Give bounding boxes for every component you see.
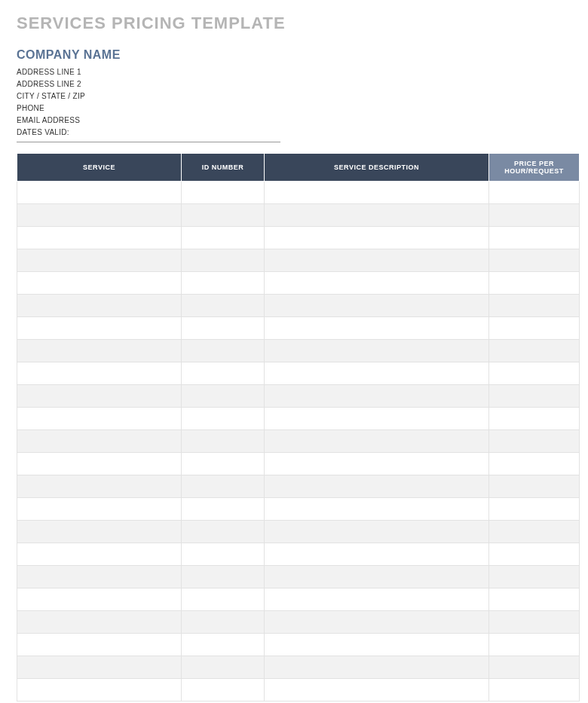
cell-price <box>489 385 580 408</box>
cell-description <box>265 204 489 227</box>
table-header-row: SERVICE ID NUMBER SERVICE DESCRIPTION PR… <box>17 154 580 182</box>
email-address: EMAIL ADDRESS <box>17 115 280 127</box>
cell-service <box>17 272 182 295</box>
cell-description <box>265 498 489 521</box>
phone: PHONE <box>17 102 280 115</box>
header-description: SERVICE DESCRIPTION <box>265 154 489 182</box>
table-row <box>17 656 580 679</box>
cell-price <box>489 362 580 385</box>
cell-id_number <box>182 340 265 362</box>
cell-price <box>489 295 580 317</box>
cell-description <box>265 588 489 611</box>
address-line-1: ADDRESS LINE 1 <box>17 66 280 78</box>
cell-service <box>17 295 182 317</box>
cell-id_number <box>182 408 265 430</box>
cell-id_number <box>182 295 265 317</box>
cell-description <box>265 408 489 430</box>
cell-description <box>265 249 489 272</box>
cell-service <box>17 385 182 408</box>
cell-description <box>265 295 489 317</box>
cell-service <box>17 475 182 498</box>
cell-price <box>489 408 580 430</box>
cell-id_number <box>182 204 265 227</box>
table-row <box>17 588 580 611</box>
table-row <box>17 408 580 430</box>
table-row <box>17 362 580 385</box>
company-name: COMPANY NAME <box>17 48 580 62</box>
table-row <box>17 679 580 701</box>
table-row <box>17 566 580 588</box>
cell-price <box>489 679 580 701</box>
cell-id_number <box>182 249 265 272</box>
cell-service <box>17 204 182 227</box>
cell-price <box>489 588 580 611</box>
table-row <box>17 453 580 475</box>
cell-id_number <box>182 385 265 408</box>
cell-price <box>489 317 580 340</box>
table-row <box>17 340 580 362</box>
address-line-2: ADDRESS LINE 2 <box>17 78 280 90</box>
cell-price <box>489 453 580 475</box>
cell-price <box>489 521 580 543</box>
cell-description <box>265 475 489 498</box>
cell-service <box>17 408 182 430</box>
table-row <box>17 204 580 227</box>
cell-description <box>265 656 489 679</box>
header-service: SERVICE <box>17 154 182 182</box>
cell-price <box>489 182 580 204</box>
cell-price <box>489 272 580 295</box>
cell-description <box>265 227 489 249</box>
cell-price <box>489 634 580 656</box>
table-row <box>17 475 580 498</box>
cell-id_number <box>182 543 265 566</box>
cell-price <box>489 611 580 634</box>
cell-description <box>265 679 489 701</box>
table-row <box>17 317 580 340</box>
page-title: SERVICES PRICING TEMPLATE <box>17 14 580 33</box>
cell-id_number <box>182 227 265 249</box>
table-row <box>17 430 580 453</box>
cell-service <box>17 521 182 543</box>
table-row <box>17 249 580 272</box>
cell-service <box>17 182 182 204</box>
table-row <box>17 634 580 656</box>
cell-id_number <box>182 611 265 634</box>
table-row <box>17 498 580 521</box>
pricing-table: SERVICE ID NUMBER SERVICE DESCRIPTION PR… <box>17 153 580 701</box>
cell-price <box>489 543 580 566</box>
cell-id_number <box>182 430 265 453</box>
table-row <box>17 521 580 543</box>
table-row <box>17 611 580 634</box>
cell-id_number <box>182 453 265 475</box>
table-row <box>17 272 580 295</box>
cell-id_number <box>182 679 265 701</box>
cell-service <box>17 611 182 634</box>
table-row <box>17 227 580 249</box>
cell-description <box>265 340 489 362</box>
cell-description <box>265 385 489 408</box>
cell-service <box>17 340 182 362</box>
cell-service <box>17 634 182 656</box>
cell-id_number <box>182 656 265 679</box>
cell-price <box>489 498 580 521</box>
cell-description <box>265 453 489 475</box>
cell-description <box>265 317 489 340</box>
cell-description <box>265 521 489 543</box>
cell-description <box>265 272 489 295</box>
cell-id_number <box>182 317 265 340</box>
cell-price <box>489 475 580 498</box>
cell-price <box>489 656 580 679</box>
cell-service <box>17 249 182 272</box>
cell-description <box>265 634 489 656</box>
cell-description <box>265 566 489 588</box>
cell-description <box>265 182 489 204</box>
city-state-zip: CITY / STATE / ZIP <box>17 90 280 102</box>
cell-id_number <box>182 362 265 385</box>
cell-service <box>17 227 182 249</box>
cell-service <box>17 679 182 701</box>
cell-price <box>489 204 580 227</box>
header-id-number: ID NUMBER <box>182 154 265 182</box>
cell-service <box>17 543 182 566</box>
table-row <box>17 543 580 566</box>
cell-price <box>489 430 580 453</box>
